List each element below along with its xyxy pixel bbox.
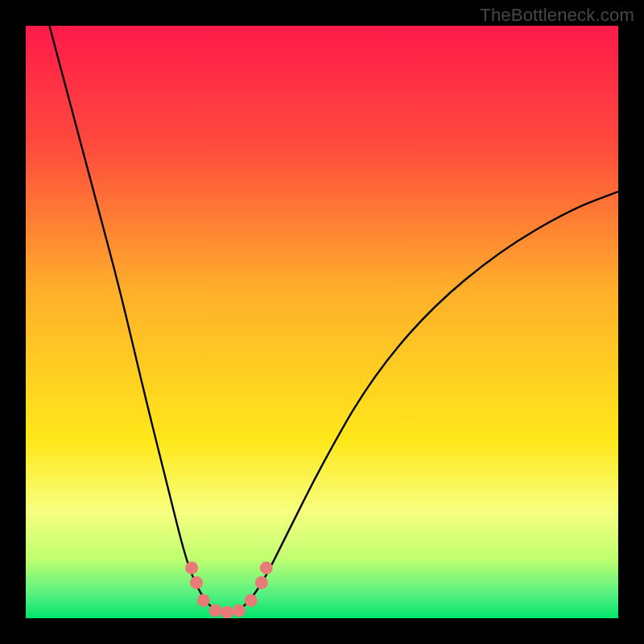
trough-marker — [255, 576, 268, 589]
trough-marker — [260, 561, 273, 574]
trough-marker — [221, 606, 233, 618]
trough-marker — [190, 576, 203, 589]
trough-marker — [209, 604, 222, 617]
watermark-text: TheBottleneck.com — [480, 5, 634, 26]
trough-marker — [245, 594, 258, 607]
chart-background — [26, 26, 618, 618]
bottleneck-chart — [26, 26, 618, 618]
chart-frame — [26, 26, 618, 618]
trough-marker — [197, 594, 210, 607]
trough-marker — [233, 604, 246, 617]
trough-marker — [185, 561, 198, 574]
